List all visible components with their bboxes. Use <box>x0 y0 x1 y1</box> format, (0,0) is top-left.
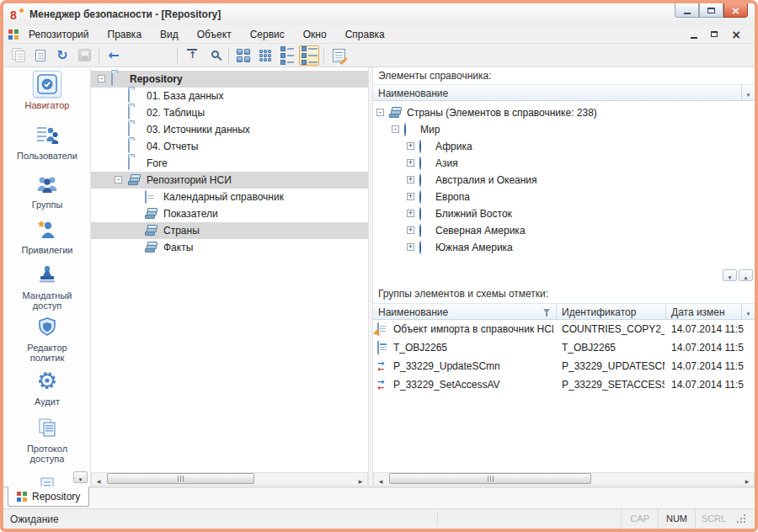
filter-icon[interactable] <box>543 309 550 313</box>
elements-column-header[interactable]: Наименование <box>373 84 755 101</box>
tree-node[interactable]: Факты <box>91 239 368 256</box>
mdi-minimize-button[interactable] <box>691 37 697 39</box>
edit-form-button[interactable] <box>328 45 349 66</box>
view-small-icons-button[interactable] <box>255 45 275 66</box>
tree-node-nsi-repository[interactable]: - Репозиторий НСИ <box>91 172 368 189</box>
tree-node[interactable]: Календарный справочник <box>91 189 368 205</box>
mdi-restore-button[interactable] <box>711 31 718 37</box>
mdi-close-button[interactable] <box>731 27 741 42</box>
titlebar[interactable]: Менеджер безопасности - [Repository] <box>3 3 755 25</box>
expander-icon[interactable]: + <box>407 243 414 251</box>
scroll-right-button[interactable] <box>354 473 367 485</box>
scroll-right-button[interactable] <box>740 473 754 485</box>
save-button[interactable] <box>74 45 94 66</box>
tab-repository[interactable]: Repository <box>8 487 89 507</box>
folder-icon <box>128 140 130 153</box>
tree-horizontal-scrollbar[interactable] <box>91 472 368 486</box>
refresh-button[interactable] <box>52 45 72 66</box>
sidebar-item-groups[interactable]: Группы <box>3 170 91 210</box>
menu-edit[interactable]: Правка <box>99 26 151 43</box>
expander-icon[interactable]: + <box>407 176 414 184</box>
search-button[interactable] <box>204 45 224 66</box>
pane-expand-down-button[interactable] <box>723 269 737 281</box>
sidebar-item-audit[interactable]: Аудит <box>3 367 91 407</box>
scroll-track[interactable] <box>105 473 354 485</box>
group-row[interactable]: T_OBJ2265 T_OBJ2265 14.07.2014 11:5 <box>373 338 755 357</box>
dict-tree-node[interactable]: + Африка <box>373 138 755 155</box>
sidebar-item-mandatory-access[interactable]: Мандатный доступ <box>3 261 91 311</box>
column-chooser-button[interactable] <box>741 85 755 101</box>
tree-node[interactable]: 02. Таблицы <box>91 104 368 121</box>
status-separator <box>437 513 438 526</box>
tree-node[interactable]: Fore <box>91 155 368 172</box>
tree-node[interactable]: 01. База данных <box>91 88 368 104</box>
expander-icon[interactable]: + <box>407 210 414 217</box>
dict-tree-node[interactable]: + Европа <box>373 189 755 205</box>
copy-button[interactable] <box>8 45 29 66</box>
back-button[interactable] <box>104 45 124 66</box>
scroll-left-button[interactable] <box>374 473 387 485</box>
sidebar-item-policy-editor[interactable]: Редактор политик <box>3 313 91 363</box>
dict-tree-node[interactable]: + Австралия и Океания <box>373 172 755 189</box>
expander-icon[interactable]: - <box>98 75 105 82</box>
tree-node-countries[interactable]: Страны <box>91 222 368 239</box>
view-details-button[interactable] <box>299 45 319 66</box>
dict-tree-node[interactable]: + Северная Америка <box>373 222 755 239</box>
expander-icon[interactable]: + <box>407 159 414 167</box>
group-row[interactable]: P_33229_SetAccessAV P_33229_SETACCESSAV … <box>373 375 755 394</box>
column-chooser-button[interactable] <box>741 304 755 320</box>
column-identifier[interactable]: Идентификатор <box>557 304 666 320</box>
groups-horizontal-scrollbar[interactable] <box>373 472 755 486</box>
expander-icon[interactable]: + <box>407 226 414 234</box>
dict-tree-node[interactable]: - Мир <box>373 121 755 138</box>
dict-tree-node-root[interactable]: - Страны (Элементов в справочнике: 238) <box>373 104 755 121</box>
scroll-thumb[interactable] <box>107 473 254 484</box>
view-large-icons-button[interactable] <box>233 45 254 66</box>
scroll-thumb[interactable] <box>389 473 591 484</box>
dict-tree-node[interactable]: + Азия <box>373 155 755 172</box>
group-row[interactable]: Объект импорта в справочник НСИ COUNTRIE… <box>373 320 755 338</box>
menu-object[interactable]: Объект <box>189 26 240 43</box>
expander-icon[interactable]: + <box>407 193 414 200</box>
column-name[interactable]: Наименование <box>373 304 557 320</box>
tree-node[interactable]: 04. Отчеты <box>91 138 368 155</box>
tree-node-repository[interactable]: - Repository <box>91 71 368 88</box>
document-icon <box>35 50 45 61</box>
group-row[interactable]: P_33229_UpdateSCmn P_33229_UPDATESCMN 14… <box>373 357 755 375</box>
sidebar-item-privileges[interactable]: Привилегии <box>3 215 91 255</box>
expander-icon[interactable]: - <box>376 109 384 116</box>
expander-icon[interactable]: - <box>392 125 399 133</box>
menu-view[interactable]: Вид <box>152 26 187 43</box>
menu-service[interactable]: Сервис <box>242 26 293 43</box>
menu-window[interactable]: Окно <box>295 26 335 43</box>
sidebar-item-label: Протокол доступа <box>10 444 84 464</box>
sphere-icon <box>419 157 421 170</box>
sidebar-item-navigator[interactable]: Навигатор <box>3 71 91 110</box>
up-level-button[interactable] <box>182 45 202 66</box>
tree-node[interactable]: Показатели <box>91 205 368 222</box>
scroll-track[interactable] <box>387 473 740 485</box>
edit-form-icon <box>333 49 345 62</box>
sidebar-item-label: Навигатор <box>10 100 84 110</box>
pane-expand-up-button[interactable] <box>739 269 753 281</box>
stamp-icon <box>37 264 57 285</box>
sidebar-item-access-log[interactable]: Протокол доступа <box>3 414 91 464</box>
tree-node[interactable]: 03. Источники данных <box>91 121 368 138</box>
sphere-icon <box>404 123 406 136</box>
dict-tree-node[interactable]: + Ближний Восток <box>373 205 755 222</box>
maximize-button[interactable] <box>699 3 723 18</box>
expander-icon[interactable]: + <box>407 142 414 150</box>
menu-help[interactable]: Справка <box>337 26 393 43</box>
dict-tree-node[interactable]: + Южная Америка <box>373 239 755 256</box>
minimize-button[interactable] <box>675 3 699 18</box>
scroll-left-button[interactable] <box>92 473 105 485</box>
sidebar-scroll-down-button[interactable] <box>73 471 88 483</box>
sphere-icon <box>419 241 421 254</box>
resize-grip[interactable] <box>735 513 748 525</box>
menu-repository[interactable]: Репозиторий <box>20 26 98 43</box>
document-button[interactable] <box>30 45 51 66</box>
expander-icon[interactable]: - <box>115 176 122 184</box>
view-list-button[interactable] <box>277 45 297 66</box>
close-button[interactable] <box>723 3 748 18</box>
sidebar-item-users[interactable]: Пользователи <box>3 121 91 161</box>
